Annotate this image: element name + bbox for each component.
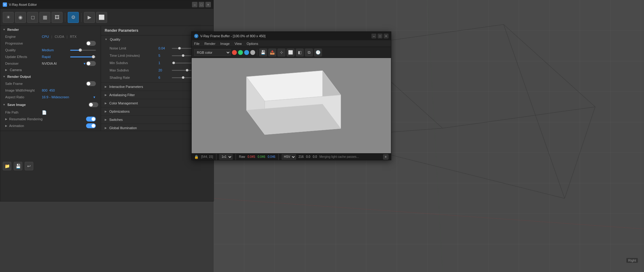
save-button[interactable]: 💾	[14, 162, 22, 170]
camera-section-header[interactable]: ▶ Camera	[0, 67, 101, 73]
time-limit-value[interactable]: 5	[158, 54, 171, 57]
vfb-layers-btn[interactable]: ⧉	[305, 49, 313, 56]
resumable-row: ▶ Resumable Rendering	[0, 116, 101, 122]
shading-rate-value[interactable]: 6	[158, 76, 171, 79]
resumable-toggle[interactable]	[86, 117, 96, 121]
vfb-menu-image[interactable]: Image	[220, 42, 230, 45]
progressive-toggle[interactable]	[86, 41, 96, 46]
engine-options: CPU | CUDA | RTX	[42, 35, 77, 38]
vfb-minimize-btn[interactable]: –	[371, 34, 376, 38]
save-image-label: Save Image	[7, 103, 26, 107]
vfb-select-btn[interactable]: ⊹	[277, 49, 285, 56]
min-subdivs-value[interactable]: 1	[158, 61, 171, 65]
noise-limit-value[interactable]: 0.04	[158, 46, 171, 50]
vfb-save-btn[interactable]: 💾	[259, 49, 267, 56]
file-path-input-area: 📄	[42, 110, 96, 115]
texture-tool-button[interactable]: ▦	[39, 12, 50, 23]
denoiser-value[interactable]: NVIDIA AI	[42, 62, 82, 65]
vfb-menu-view[interactable]: View	[234, 42, 242, 45]
vfb-rgb-b: 0.046	[268, 155, 275, 158]
vfb-rgb-g: 0.046	[258, 155, 265, 158]
title-bar-controls: – □ ×	[192, 2, 211, 7]
engine-sep-2: |	[67, 35, 67, 38]
aspect-ratio-row: Aspect Ratio 16:9 - Widescreen ▼	[0, 94, 101, 100]
resumable-label: Resumable Rendering	[9, 117, 46, 121]
vfb-rgb-r: 0.045	[248, 155, 255, 158]
file-browse-icon[interactable]: 📄	[42, 110, 47, 115]
vfb-color-green[interactable]	[238, 50, 243, 55]
geometry-tool-button[interactable]: ◻	[27, 12, 38, 23]
close-button[interactable]: ×	[205, 2, 211, 7]
reset-button[interactable]: ↩	[25, 162, 33, 170]
vfb-channel-select[interactable]: RGB color	[194, 49, 231, 56]
aspect-ratio-value[interactable]: 16:9 - Widescreen	[42, 95, 92, 99]
aspect-ratio-arrow[interactable]: ▼	[93, 96, 96, 99]
color-mgmt-arrow: ▶	[105, 102, 107, 105]
progressive-label: Progressive	[5, 42, 42, 45]
denoiser-dropdown-arrow[interactable]: ▼	[83, 62, 86, 65]
engine-rtx[interactable]: RTX	[70, 35, 77, 38]
render-output-arrow: ▼	[3, 75, 5, 78]
vfb-raw-mode[interactable]: Raw	[239, 155, 245, 158]
save-image-toggle[interactable]	[89, 102, 98, 107]
animation-toggle[interactable]	[86, 123, 96, 128]
quality-value[interactable]: Medium	[42, 48, 68, 52]
max-subdivs-value[interactable]: 20	[158, 68, 171, 72]
vfb-display-btn[interactable]: ⬜	[287, 49, 295, 56]
render-output-header[interactable]: ▼ Render Output	[0, 73, 101, 80]
open-button[interactable]: 📁	[3, 162, 11, 170]
save-image-arrow: ▼	[3, 103, 5, 106]
vfb-close-btn[interactable]: ×	[384, 34, 389, 38]
vfb-color-blue[interactable]	[244, 50, 249, 55]
update-effects-value[interactable]: Rapid	[42, 55, 68, 59]
toolbar-separator-2	[81, 13, 81, 22]
update-effects-slider[interactable]	[70, 56, 96, 57]
engine-sep-1: |	[51, 35, 52, 38]
vfb-color-model-select[interactable]: HSV	[282, 154, 296, 160]
denoiser-label: Denoiser	[5, 62, 42, 65]
render-section-header[interactable]: ▼ Render	[0, 26, 101, 33]
light-tool-button[interactable]: ☀	[3, 12, 14, 23]
vfb-color-red[interactable]	[232, 50, 237, 55]
quality-slider-thumb	[79, 49, 82, 52]
engine-cuda[interactable]: CUDA	[55, 35, 64, 38]
vfb-s-value: 0.0	[306, 155, 310, 158]
safe-frame-knob	[87, 82, 90, 85]
color-mgmt-label: Color Management	[109, 101, 138, 105]
vfb-zoom-select[interactable]: 1x1	[219, 154, 233, 160]
vfb-compare-btn[interactable]: ◧	[296, 49, 304, 56]
progressive-toggle-knob	[87, 42, 90, 45]
settings-tool-button[interactable]: ⚙	[68, 12, 79, 23]
denoiser-toggle-knob	[87, 62, 90, 65]
vfb-app-icon: V	[194, 34, 198, 38]
optimizations-arrow: ▶	[105, 110, 107, 113]
vfb-history-btn[interactable]: 🕐	[314, 49, 322, 56]
vfb-tool-button[interactable]: ⬜	[96, 12, 107, 23]
save-image-header[interactable]: ▼ Save Image	[0, 100, 101, 109]
vfb-menu-file[interactable]: File	[194, 42, 200, 45]
vfb-status-sep-1	[216, 154, 216, 160]
progressive-row: Progressive	[0, 40, 101, 47]
vfb-export-btn[interactable]: 📤	[268, 49, 276, 56]
render-tool-button[interactable]: ▶	[84, 12, 95, 23]
vfb-menu-render[interactable]: Render	[204, 42, 215, 45]
file-path-row: File Path 📄	[0, 109, 101, 116]
vfb-maximize-btn[interactable]: □	[378, 34, 382, 38]
image-width-value[interactable]: 800	[42, 89, 47, 92]
image-height-value[interactable]: 450	[49, 89, 55, 92]
maximize-button[interactable]: □	[199, 2, 204, 7]
min-subdivs-label: Min Subdivs	[110, 61, 158, 65]
safe-frame-toggle[interactable]	[86, 81, 96, 86]
minimize-button[interactable]: –	[192, 2, 197, 7]
vfb-color-alpha[interactable]	[250, 50, 255, 55]
vfb-controls: – □ ×	[371, 34, 389, 38]
material-tool-button[interactable]: ◉	[15, 12, 26, 23]
update-effects-row: Update Effects Rapid	[0, 53, 101, 60]
vfb-status-align-btn[interactable]: ≡	[383, 154, 389, 160]
image-tool-button[interactable]: 🖼	[52, 12, 63, 23]
quality-slider[interactable]	[70, 50, 96, 51]
vfb-menu-options[interactable]: Options	[247, 42, 258, 45]
denoiser-toggle[interactable]	[86, 61, 96, 66]
vfb-menubar: File Render Image View Options	[192, 40, 391, 47]
engine-cpu[interactable]: CPU	[42, 35, 49, 38]
